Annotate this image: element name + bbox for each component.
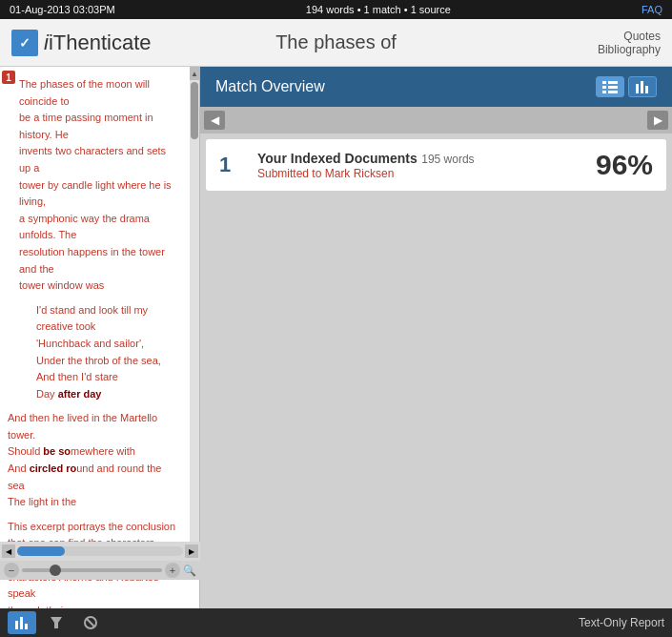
hscroll-right-btn[interactable]: ▶ <box>185 545 198 558</box>
svg-rect-2 <box>602 86 606 89</box>
svg-rect-10 <box>20 617 23 629</box>
zoom-thumb[interactable] <box>50 565 61 576</box>
doc-paragraph-2: And then he lived in the Martello tower.… <box>8 410 177 511</box>
chart-toolbar-btn[interactable] <box>8 611 36 634</box>
header-bar: ✓ iiThenticate The phases of Quotes Bibl… <box>0 19 672 67</box>
bottom-toolbar: Text-Only Report <box>0 608 672 637</box>
doc-paragraph-1: The phases of the moon will coincide to … <box>19 76 177 295</box>
svg-rect-11 <box>25 624 28 629</box>
doc-control-bar: ◀ ▶ − + 🔍 <box>0 542 200 580</box>
quotes-link[interactable]: Quotes <box>623 30 661 43</box>
match-header: Match Overview <box>200 67 672 107</box>
block-toolbar-btn[interactable] <box>76 611 105 634</box>
status-center: 194 words • 1 match • 1 source <box>306 4 451 15</box>
zoom-icon: 🔍 <box>183 565 196 577</box>
faq-link[interactable]: FAQ <box>641 4 662 15</box>
header-right: Quotes Bibliography <box>598 30 661 56</box>
logo-text: iiThenticate <box>44 31 152 55</box>
match-percent: 96% <box>596 149 653 181</box>
filter-toolbar-btn[interactable] <box>42 611 71 634</box>
hscroll-left-btn[interactable]: ◀ <box>2 545 15 558</box>
svg-rect-5 <box>608 91 618 93</box>
logo-checkmark: ✓ <box>11 30 38 56</box>
match-submitted: Submitted to Mark Ricksen <box>257 167 580 180</box>
chart-icon <box>14 615 30 630</box>
zoom-slider[interactable] <box>22 568 162 572</box>
match-count: 1 match <box>364 4 401 15</box>
svg-rect-3 <box>608 86 618 89</box>
header-title: The phases of <box>275 31 397 53</box>
match-panel-spacer <box>200 196 672 608</box>
doc-poem-block: I'd stand and look till my creative took… <box>36 302 177 403</box>
match-info: Your Indexed Documents 195 words Submitt… <box>257 150 580 180</box>
svg-rect-1 <box>608 81 618 84</box>
doc-vscrollbar[interactable]: ▲ ▼ <box>190 67 199 570</box>
bar-view-btn[interactable] <box>628 76 657 97</box>
svg-marker-12 <box>51 617 62 628</box>
svg-rect-6 <box>636 84 639 93</box>
match-words-label: 195 words <box>421 153 474 166</box>
filter-icon <box>50 616 63 629</box>
doc-marker-1: 1 <box>2 71 15 84</box>
svg-rect-4 <box>602 91 606 93</box>
bar-icon <box>635 80 650 93</box>
doc-hscrollbar[interactable]: ◀ ▶ <box>0 542 200 561</box>
scroll-thumb[interactable] <box>191 82 198 139</box>
logo-area: ✓ iiThenticate <box>11 30 152 56</box>
source-count: 1 source <box>411 4 451 15</box>
zoom-minus-btn[interactable]: − <box>4 563 19 578</box>
status-bar: 01-Aug-2013 03:03PM 194 words • 1 match … <box>0 0 672 19</box>
match-entry-number: 1 <box>219 153 242 177</box>
block-icon <box>84 616 97 629</box>
main-area: 1 The phases of the moon will coincide t… <box>0 67 672 608</box>
bibliography-link[interactable]: Bibliography <box>598 43 661 56</box>
hscroll-track <box>17 546 183 556</box>
match-entry[interactable]: 1 Your Indexed Documents 195 words Submi… <box>206 139 666 191</box>
scroll-up-btn[interactable]: ▲ <box>190 67 199 80</box>
doc-panel: 1 The phases of the moon will coincide t… <box>0 67 200 608</box>
match-header-icons <box>596 76 657 97</box>
nav-forward-btn[interactable]: ▶ <box>647 111 668 130</box>
word-count: 194 words <box>306 4 355 15</box>
list-icon <box>602 80 618 93</box>
text-only-report-btn[interactable]: Text-Only Report <box>579 616 664 629</box>
zoom-plus-btn[interactable]: + <box>165 563 180 578</box>
doc-content: 1 The phases of the moon will coincide t… <box>0 67 191 608</box>
match-panel: Match Overview <box>200 67 672 608</box>
svg-rect-7 <box>641 81 643 93</box>
status-datetime: 01-Aug-2013 03:03PM <box>10 4 115 15</box>
nav-back-btn[interactable]: ◀ <box>204 111 225 130</box>
match-source-name: Your Indexed Documents <box>257 151 417 166</box>
svg-rect-8 <box>645 86 648 93</box>
svg-rect-0 <box>602 81 606 84</box>
hscroll-thumb[interactable] <box>17 546 65 556</box>
svg-line-14 <box>87 619 94 627</box>
match-overview-title: Match Overview <box>215 78 325 95</box>
match-nav: ◀ ▶ <box>200 107 672 134</box>
list-view-btn[interactable] <box>596 76 624 97</box>
svg-rect-9 <box>15 621 18 629</box>
doc-zoom-bar: − + 🔍 <box>0 561 200 580</box>
